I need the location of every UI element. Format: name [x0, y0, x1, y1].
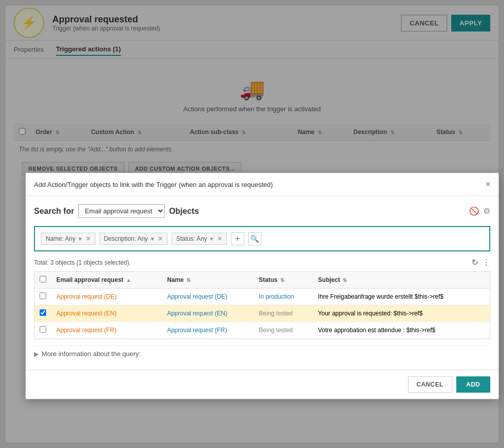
col-select-all-header — [35, 272, 51, 289]
results-table-body: Approval request (DE) Approval request (… — [35, 289, 490, 339]
filter-status-label: Status: Any — [176, 235, 207, 242]
more-info-label: More information about the query: — [42, 350, 141, 358]
search-type-select[interactable]: Email approval request — [78, 204, 165, 218]
more-info-section: ▶ More information about the query: — [34, 345, 490, 362]
row2-checkbox-cell — [35, 305, 51, 322]
col-subject-header[interactable]: Subject ⇅ — [313, 272, 490, 289]
filter-chip-desc: Description: Any ▼ ✕ — [99, 233, 168, 245]
cancel-button-modal[interactable]: CANCEL — [408, 376, 452, 393]
row3-subject: Votre approbation est attendue : $this->… — [318, 327, 435, 334]
results-table: Email approval request ▲ Name ⇅ Status ⇅… — [35, 272, 490, 339]
row3-col1: Approval request (FR) — [51, 322, 162, 339]
filter-search-button[interactable]: 🔍 — [248, 232, 261, 245]
search-icons: 🚫 ⚙ — [469, 206, 490, 216]
refresh-button[interactable]: ↻ — [472, 258, 478, 267]
row2-col3: Being tested — [254, 305, 313, 322]
filter-chip-name: Name: Any ▼ ✕ — [41, 233, 95, 245]
row1-checkbox[interactable] — [40, 293, 46, 299]
filter-add-button[interactable]: + — [231, 232, 244, 245]
row2-subject: Your approval is requested: $this->ref$ — [318, 310, 423, 317]
row2-link1[interactable]: Approval request (EN) — [56, 310, 117, 317]
filter-desc-dropdown-icon[interactable]: ▼ — [150, 236, 155, 242]
search-section: Search for Email approval request Object… — [34, 204, 490, 218]
modal-dialog: Add Action/Trigger objects to link with … — [25, 173, 499, 399]
results-table-container: Email approval request ▲ Name ⇅ Status ⇅… — [34, 271, 490, 339]
row1-col1: Approval request (DE) — [51, 289, 162, 305]
row1-checkbox-cell — [35, 289, 51, 305]
filter-name-remove[interactable]: ✕ — [86, 235, 91, 242]
row2-status: Being tested — [259, 310, 293, 317]
row2-col2: Approval request (EN) — [162, 305, 254, 322]
filter-desc-remove[interactable]: ✕ — [158, 235, 163, 242]
row1-col2: Approval request (DE) — [162, 289, 254, 305]
more-info-chevron-icon: ▶ — [34, 350, 39, 358]
row1-col3: In production — [254, 289, 313, 305]
add-button-modal[interactable]: ADD — [456, 376, 491, 393]
row3-checkbox-cell — [35, 322, 51, 339]
filter-chip-status: Status: Any ▼ ✕ — [172, 233, 227, 245]
results-count: Total: 3 objects (1 objects selected). — [34, 259, 131, 266]
table-row: Approval request (FR) Approval request (… — [35, 322, 490, 339]
modal-footer: CANCEL ADD — [26, 370, 498, 399]
row3-col2: Approval request (FR) — [162, 322, 254, 339]
results-table-header-row: Email approval request ▲ Name ⇅ Status ⇅… — [35, 272, 490, 289]
filter-name-dropdown-icon[interactable]: ▼ — [78, 236, 83, 242]
row1-col4: Ihre Freigabeanfrage wurde erstellt $thi… — [313, 289, 490, 305]
search-label-prefix: Search for — [34, 207, 74, 216]
row1-subject: Ihre Freigabeanfrage wurde erstellt $thi… — [318, 293, 444, 300]
modal-title: Add Action/Trigger objects to link with … — [34, 181, 273, 188]
filter-area: Name: Any ▼ ✕ Description: Any ▼ ✕ Statu… — [34, 226, 490, 251]
filter-desc-label: Description: Any — [104, 235, 148, 242]
row3-link2[interactable]: Approval request (FR) — [167, 327, 227, 334]
search-label-suffix: Objects — [169, 207, 199, 216]
settings-icon[interactable]: ⚙ — [483, 206, 490, 216]
filter-status-remove[interactable]: ✕ — [217, 235, 222, 242]
table-row: Approval request (EN) Approval request (… — [35, 305, 490, 322]
row2-col1: Approval request (EN) — [51, 305, 162, 322]
results-actions: ↻ ⋮ — [472, 258, 490, 267]
row1-link2[interactable]: Approval request (DE) — [167, 293, 227, 300]
row2-col4: Your approval is requested: $this->ref$ — [313, 305, 490, 322]
more-info-toggle[interactable]: ▶ More information about the query: — [34, 350, 490, 358]
col-name-header[interactable]: Name ⇅ — [162, 272, 254, 289]
results-info: Total: 3 objects (1 objects selected). ↻… — [34, 258, 490, 267]
results-select-all[interactable] — [40, 276, 46, 282]
filter-row: Name: Any ▼ ✕ Description: Any ▼ ✕ Statu… — [41, 232, 483, 245]
row2-link2[interactable]: Approval request (EN) — [167, 310, 227, 317]
row1-link1[interactable]: Approval request (DE) — [56, 293, 117, 300]
more-options-button[interactable]: ⋮ — [482, 258, 490, 267]
row2-checkbox[interactable] — [40, 309, 46, 316]
modal-header: Add Action/Trigger objects to link with … — [26, 173, 498, 196]
col-email-approval-header[interactable]: Email approval request ▲ — [51, 272, 162, 289]
filter-status-dropdown-icon[interactable]: ▼ — [209, 236, 214, 242]
modal-close-button[interactable]: × — [486, 180, 490, 188]
col-status-header[interactable]: Status ⇅ — [254, 272, 313, 289]
row1-status: In production — [259, 293, 294, 300]
row3-status: Being tested — [259, 327, 293, 334]
row3-col3: Being tested — [254, 322, 313, 339]
filter-name-label: Name: Any — [46, 235, 76, 242]
table-row: Approval request (DE) Approval request (… — [35, 289, 490, 305]
modal-body: Search for Email approval request Object… — [26, 196, 498, 370]
eye-off-icon[interactable]: 🚫 — [469, 206, 479, 216]
row3-checkbox[interactable] — [40, 326, 46, 333]
row3-link1[interactable]: Approval request (FR) — [56, 327, 116, 334]
row3-col4: Votre approbation est attendue : $this->… — [313, 322, 490, 339]
